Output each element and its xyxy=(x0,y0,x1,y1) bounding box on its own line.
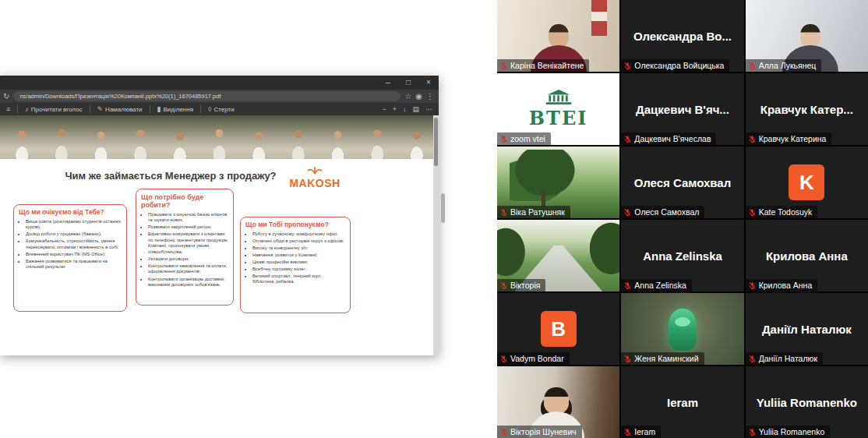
url-input[interactable]: ns/admin/Downloads/Презентація%20Компані… xyxy=(13,91,400,101)
participant-name-label: Дацкевич В'ячеслав xyxy=(621,132,716,145)
bullet-item: Розвивати закріплений регіон; xyxy=(148,224,228,231)
print-icon[interactable]: ▤ xyxy=(412,103,419,115)
browser-menu-icon[interactable]: ⋮ xyxy=(426,92,434,101)
minimize-button[interactable]: – xyxy=(378,76,398,90)
zoom-meeting-screen: – □ × ↻ ns/admin/Downloads/Презентація%2… xyxy=(0,0,868,438)
bullet-item: Всебічну підтримку колег; xyxy=(252,267,345,273)
participant-tile[interactable]: B Vadym Bondar xyxy=(497,293,619,365)
browser-window: – □ × ↻ ns/admin/Downloads/Презентація%2… xyxy=(0,76,439,355)
participant-tile[interactable]: Anna Zelinska Anna Zelinska xyxy=(621,220,743,291)
mic-muted-icon xyxy=(748,355,757,363)
bullet-item: Оплачені обіди в ресторані поруч з офісо… xyxy=(252,238,345,245)
participant-name: Каріна Венікайтене xyxy=(510,61,584,70)
shared-screen-pane: – □ × ↻ ns/admin/Downloads/Презентація%2… xyxy=(0,0,497,438)
mic-muted-icon xyxy=(623,62,632,70)
participant-tile[interactable]: ВТЕІ zoom vtei xyxy=(497,73,619,145)
toolbar-divider xyxy=(150,105,150,113)
participant-tile[interactable]: Віка Ратушняк xyxy=(497,147,619,218)
team-group-photo xyxy=(0,115,439,159)
participant-tile[interactable]: Крилова Анна Крилова Анна xyxy=(746,220,868,291)
participant-display-name: Олександра Во... xyxy=(630,30,735,43)
participant-name: Вікторія xyxy=(510,281,540,290)
refresh-icon[interactable]: ↻ xyxy=(3,92,9,101)
participant-display-name: Ieram xyxy=(664,396,701,409)
bullet-item: Укладати договори; xyxy=(148,256,228,263)
participant-tile[interactable]: Yuliia Romanenko Yuliia Romanenko xyxy=(746,366,868,438)
zoom-in-icon[interactable]: + xyxy=(393,103,397,115)
participant-name-label: Кравчук Катерина xyxy=(746,132,832,145)
participant-name-label: Kate Todosuyk xyxy=(746,206,818,218)
draw-button[interactable]: ✎ Намалювати xyxy=(97,103,143,115)
profile-icon[interactable]: ◉ xyxy=(415,92,422,101)
close-button[interactable]: × xyxy=(418,76,439,90)
draw-icon: ✎ xyxy=(97,103,104,115)
bullet-list: Працювати з існуючою базою клієнтів та ш… xyxy=(141,212,228,288)
mic-muted-icon xyxy=(748,62,757,70)
participant-tile[interactable]: K Kate Todosuyk xyxy=(746,147,868,218)
pane-resize-handle[interactable] xyxy=(441,193,445,223)
mic-muted-icon xyxy=(623,135,632,143)
maximize-button[interactable]: □ xyxy=(398,76,418,90)
participant-name-label: Олеся Самохвал xyxy=(621,206,704,218)
pdf-scrollbar-thumb[interactable] xyxy=(434,118,438,166)
participant-tile[interactable]: Олександра Во... Олександра Войцицька xyxy=(621,0,743,72)
mic-muted-icon xyxy=(623,281,632,290)
mic-muted-icon xyxy=(623,355,632,363)
bullet-item: Цікаві професійні виклики; xyxy=(252,260,345,266)
participant-tile[interactable]: Каріна Венікайтене xyxy=(497,0,619,72)
save-icon[interactable]: ↓ xyxy=(403,103,407,115)
pdf-scrollbar[interactable] xyxy=(433,115,439,355)
participant-name: Vadym Bondar xyxy=(510,354,564,363)
participant-name-label: Ieram xyxy=(621,426,661,438)
participant-name: Женя Каминский xyxy=(634,354,698,363)
toolbar-divider xyxy=(200,105,201,113)
mic-muted-icon xyxy=(499,208,508,217)
makosh-logo: MAKOSH xyxy=(279,163,351,189)
participant-tile[interactable]: Ieram Ieram xyxy=(621,366,743,438)
participant-name-label: Vadym Bondar xyxy=(497,352,570,365)
participant-name-label: Даніїл Наталюк xyxy=(746,352,823,365)
mic-muted-icon xyxy=(623,208,632,217)
box-title: Що потрібно буде робити? xyxy=(141,193,228,210)
avatar-initial: K xyxy=(789,164,824,200)
participants-grid: Каріна Венікайтене Олександра Во... Олек… xyxy=(497,0,868,438)
erase-button[interactable]: ◊ Стерти xyxy=(208,103,235,115)
participant-tile[interactable]: Олеся Самохвал Олеся Самохвал xyxy=(621,147,743,218)
slide-box-duties: Що потрібно буде робити? Працювати з існ… xyxy=(136,189,234,306)
favorite-icon[interactable]: ☆ xyxy=(404,92,411,101)
more-options-icon[interactable]: ⋯ xyxy=(425,103,432,115)
participant-name: Вікторія Шуневич xyxy=(510,427,577,436)
toc-icon[interactable]: ≡ xyxy=(6,103,10,115)
participant-name: Олеся Самохвал xyxy=(634,207,699,217)
mic-muted-icon xyxy=(499,281,508,290)
participant-tile[interactable]: Алла Лукьянец xyxy=(746,0,868,72)
browser-addressbar: ↻ ns/admin/Downloads/Презентація%20Компа… xyxy=(0,90,439,103)
participant-tile[interactable]: Дацкевич В'яч... Дацкевич В'ячеслав xyxy=(621,73,743,145)
participant-name: Крилова Анна xyxy=(759,281,813,290)
mic-muted-icon xyxy=(499,428,508,436)
mic-muted-icon xyxy=(499,355,508,363)
participant-tile[interactable]: Даніїл Наталюк Даніїл Наталюк xyxy=(746,293,868,365)
participant-name: Yuliia Romanenko xyxy=(759,427,825,436)
participant-name-label: Алла Лукьянец xyxy=(746,59,822,72)
mic-muted-icon xyxy=(748,428,757,436)
avatar-initial: B xyxy=(541,311,577,347)
participant-tile[interactable]: Женя Каминский xyxy=(621,293,743,365)
bullet-item: Бажання розвиватися та працювати на спіл… xyxy=(26,259,122,270)
participant-tile[interactable]: Вікторія Шуневич xyxy=(497,366,619,438)
vtei-logo-text: ВТЕІ xyxy=(529,107,588,129)
toolbar-divider xyxy=(90,105,90,113)
presentation-slide: Чим же займається Менеджер з продажу? MA… xyxy=(0,159,439,355)
zoom-out-icon[interactable]: − xyxy=(382,103,386,115)
participant-tile[interactable]: Кравчук Катер... Кравчук Катерина xyxy=(746,73,868,145)
bullet-item: Роботу в сучасному, комфортному офісі; xyxy=(252,231,345,238)
read-aloud-button[interactable]: ♪ Прочитати вголос xyxy=(25,103,82,115)
highlight-button[interactable]: ▮ Виділення xyxy=(157,103,194,115)
participant-name: Дацкевич В'ячеслав xyxy=(634,134,711,143)
participant-tile[interactable]: Вікторія xyxy=(497,220,619,291)
participant-name-label: Олександра Войцицька xyxy=(621,59,729,72)
toolbar-divider xyxy=(17,105,18,113)
highlight-icon: ▮ xyxy=(157,103,161,115)
bullet-list: Вища освіта (розглядаємо студентів остан… xyxy=(19,219,122,270)
mic-muted-icon xyxy=(499,135,508,143)
